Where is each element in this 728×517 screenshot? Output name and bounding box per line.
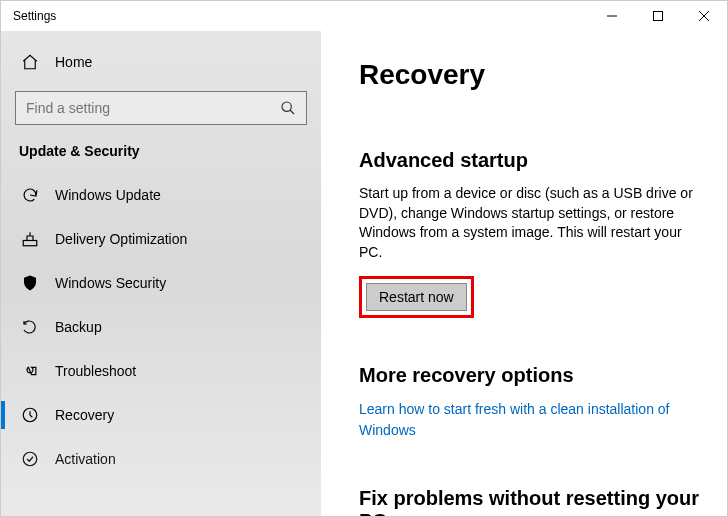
maximize-button[interactable] xyxy=(635,1,681,31)
sidebar-section-title: Update & Security xyxy=(1,143,321,173)
window-controls xyxy=(589,1,727,31)
sidebar-item-label: Windows Security xyxy=(55,275,166,291)
restart-now-button[interactable]: Restart now xyxy=(366,283,467,311)
close-button[interactable] xyxy=(681,1,727,31)
settings-window: Settings Home xyxy=(0,0,728,517)
window-body: Home Update & Security Windows Update xyxy=(1,31,727,516)
fix-problems-heading: Fix problems without resetting your PC xyxy=(359,487,701,516)
svg-point-1 xyxy=(282,102,291,111)
activation-icon xyxy=(19,450,41,468)
sidebar-item-label: Delivery Optimization xyxy=(55,231,187,247)
home-label: Home xyxy=(55,54,92,70)
sidebar-item-windows-security[interactable]: Windows Security xyxy=(1,261,321,305)
advanced-startup-desc: Start up from a device or disc (such as … xyxy=(359,184,701,262)
svg-rect-0 xyxy=(654,12,663,21)
restart-now-highlight: Restart now xyxy=(359,276,474,318)
fix-problems-section: Fix problems without resetting your PC xyxy=(359,487,701,516)
window-title: Settings xyxy=(13,9,589,23)
search-input[interactable] xyxy=(26,100,280,116)
sidebar-item-windows-update[interactable]: Windows Update xyxy=(1,173,321,217)
minimize-button[interactable] xyxy=(589,1,635,31)
search-box[interactable] xyxy=(15,91,307,125)
sidebar-item-troubleshoot[interactable]: Troubleshoot xyxy=(1,349,321,393)
sidebar-nav: Windows Update Delivery Optimization Win… xyxy=(1,173,321,481)
sync-icon xyxy=(19,186,41,204)
backup-icon xyxy=(19,318,41,336)
sidebar-item-label: Backup xyxy=(55,319,102,335)
recovery-icon xyxy=(19,406,41,424)
svg-rect-2 xyxy=(23,241,37,246)
sidebar-item-recovery[interactable]: Recovery xyxy=(1,393,321,437)
page-title: Recovery xyxy=(359,59,701,91)
content-pane: Recovery Advanced startup Start up from … xyxy=(321,31,727,516)
home-icon xyxy=(19,53,41,71)
wrench-icon xyxy=(19,362,41,380)
advanced-startup-heading: Advanced startup xyxy=(359,149,701,172)
delivery-icon xyxy=(19,230,41,248)
sidebar-item-activation[interactable]: Activation xyxy=(1,437,321,481)
sidebar-item-label: Recovery xyxy=(55,407,114,423)
more-recovery-section: More recovery options Learn how to start… xyxy=(359,364,701,441)
advanced-startup-section: Advanced startup Start up from a device … xyxy=(359,149,701,318)
sidebar-item-backup[interactable]: Backup xyxy=(1,305,321,349)
more-recovery-heading: More recovery options xyxy=(359,364,701,387)
sidebar-item-label: Troubleshoot xyxy=(55,363,136,379)
titlebar: Settings xyxy=(1,1,727,31)
shield-icon xyxy=(19,274,41,292)
sidebar-item-label: Windows Update xyxy=(55,187,161,203)
start-fresh-link[interactable]: Learn how to start fresh with a clean in… xyxy=(359,401,670,438)
sidebar-item-label: Activation xyxy=(55,451,116,467)
search-icon xyxy=(280,100,296,116)
home-nav[interactable]: Home xyxy=(1,45,321,79)
svg-point-4 xyxy=(23,452,37,466)
sidebar-item-delivery-optimization[interactable]: Delivery Optimization xyxy=(1,217,321,261)
sidebar: Home Update & Security Windows Update xyxy=(1,31,321,516)
